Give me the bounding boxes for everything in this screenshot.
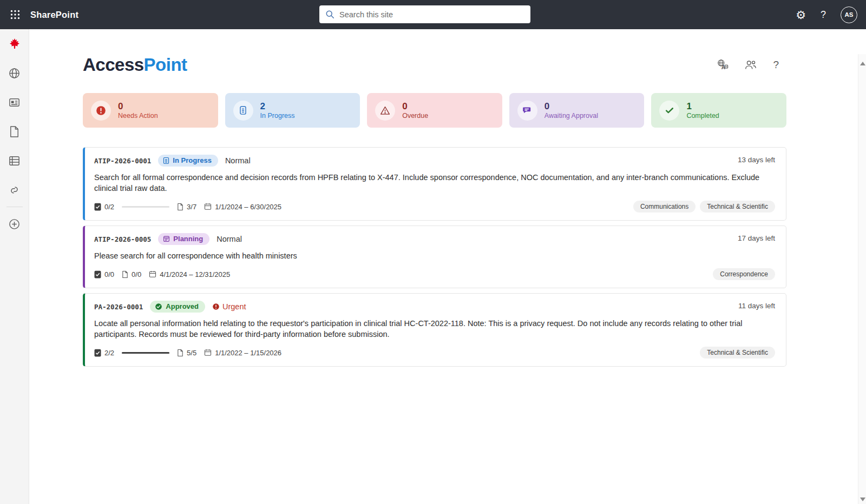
request-meta-row: 2/2 5/5 1/1/2022 – [94, 347, 775, 359]
request-header: ATIP-2026-0001 In Progress Normal [94, 155, 775, 167]
request-card-atip-2026-0005[interactable]: ATIP-2026-0005 Planning Normal 17 days l… [83, 226, 786, 288]
rail-documents-item[interactable] [0, 117, 29, 146]
document-icon [122, 270, 128, 278]
rail-news-item[interactable] [0, 88, 29, 117]
request-list: ATIP-2026-0001 In Progress Normal 13 day… [83, 147, 786, 367]
progress-bar-fill [122, 352, 169, 354]
planning-list-icon [163, 235, 170, 242]
table-list-icon [8, 155, 21, 167]
date-range-group: 4/1/2024 – 12/31/2025 [149, 270, 230, 278]
clipboard-icon [233, 101, 253, 121]
rail-sites-item[interactable] [0, 58, 29, 88]
status-badge-label: In Progress [173, 156, 212, 164]
stat-label: Needs Action [118, 112, 158, 120]
tasks-progress: 0/2 [94, 203, 114, 211]
rail-add-item[interactable] [0, 209, 29, 238]
calendar-icon [204, 349, 212, 356]
date-range-group: 1/1/2022 – 1/15/2026 [204, 349, 281, 357]
settings-gear-icon[interactable]: ⚙ [796, 9, 806, 21]
search-icon [325, 10, 334, 19]
left-app-rail [0, 29, 29, 504]
priority-urgent: Urgent [212, 302, 246, 311]
date-range: 1/1/2022 – 1/15/2026 [215, 349, 281, 357]
request-description: Search for all formal correspondence and… [94, 172, 775, 194]
page-scrollbar[interactable] [858, 54, 866, 504]
translate-icon[interactable]: A [717, 59, 729, 71]
app-launcher-icon[interactable] [0, 0, 30, 29]
scroll-up-icon[interactable] [860, 62, 865, 65]
account-avatar[interactable]: AS [841, 6, 857, 23]
warning-triangle-icon [375, 101, 395, 121]
stat-awaiting-approval[interactable]: 0 Awaiting Approval [509, 93, 645, 128]
stat-needs-action[interactable]: 0 Needs Action [83, 93, 218, 128]
documents-count-group: 5/5 [177, 349, 196, 357]
status-badge: Planning [158, 233, 209, 245]
tasks-count: 0/0 [104, 270, 114, 278]
stat-in-progress[interactable]: 2 In Progress [225, 93, 360, 128]
main-content: AccessPoint A [83, 55, 786, 367]
stat-completed[interactable]: 1 Completed [651, 93, 786, 128]
documents-count: 5/5 [187, 349, 196, 357]
clipboard-icon [163, 157, 169, 164]
request-header: ATIP-2026-0005 Planning Normal [94, 233, 775, 245]
status-badge-label: Planning [173, 235, 203, 243]
rail-lists-item[interactable] [0, 146, 29, 175]
stat-overdue[interactable]: 0 Overdue [367, 93, 502, 128]
checklist-icon [94, 349, 101, 357]
request-id: ATIP-2026-0001 [94, 157, 151, 165]
sharepoint-logo[interactable]: SharePoint [30, 10, 78, 20]
stat-count: 1 [686, 101, 719, 112]
document-icon [9, 125, 20, 138]
tag: Technical & Scientific [700, 201, 775, 213]
link-icon [8, 184, 21, 196]
tasks-count: 2/2 [104, 349, 114, 357]
request-id: ATIP-2026-0005 [94, 235, 151, 243]
request-description: Please search for all correspondence wit… [94, 250, 775, 261]
documents-count-group: 0/0 [122, 270, 141, 278]
checkmark-icon [659, 101, 679, 121]
page-title-accent: Point [144, 55, 187, 75]
request-card-pa-2026-0001[interactable]: PA-2026-0001 Approved Urgent [83, 293, 786, 367]
stat-label: Awaiting Approval [544, 112, 598, 120]
calendar-icon [149, 270, 156, 278]
status-badge: In Progress [158, 155, 218, 167]
plus-circle-icon [8, 218, 21, 230]
documents-count: 3/7 [187, 203, 196, 211]
request-id: PA-2026-0001 [94, 303, 143, 311]
people-icon[interactable] [744, 59, 757, 71]
site-search[interactable] [319, 5, 530, 23]
checklist-icon [94, 203, 101, 211]
waffle-icon [10, 10, 20, 19]
priority-label: Urgent [222, 302, 246, 311]
suite-bar-actions: ⚙ ? AS [796, 6, 866, 23]
documents-count: 0/0 [132, 270, 141, 278]
maple-leaf-icon [8, 37, 21, 50]
stat-label: Completed [686, 112, 719, 120]
days-left: 13 days left [738, 156, 775, 164]
scroll-down-icon[interactable] [860, 498, 865, 501]
tasks-count: 0/2 [104, 203, 114, 211]
request-card-atip-2026-0001[interactable]: ATIP-2026-0001 In Progress Normal 13 day… [83, 147, 786, 221]
check-circle-icon [155, 303, 162, 310]
rail-links-item[interactable] [0, 175, 29, 204]
page-title-primary: Access [83, 55, 144, 75]
tag: Correspondence [713, 268, 775, 280]
document-icon [177, 203, 183, 211]
rail-divider [6, 207, 23, 207]
help-icon[interactable]: ? [821, 9, 826, 21]
status-badge-label: Approved [166, 302, 199, 310]
tag: Technical & Scientific [700, 347, 775, 359]
stat-count: 0 [118, 101, 158, 112]
days-left: 11 days left [738, 302, 775, 310]
tasks-progress: 2/2 [94, 349, 114, 357]
canada-home-item[interactable] [0, 29, 29, 58]
request-meta-row: 0/2 3/7 1/1/2024 – [94, 201, 775, 213]
page-title-row: AccessPoint A [83, 55, 786, 75]
search-input[interactable] [339, 10, 524, 19]
suite-bar: SharePoint ⚙ ? AS [0, 0, 866, 29]
page-help-icon[interactable]: ? [773, 59, 779, 71]
page-title-actions: A ? [717, 59, 786, 71]
stat-label: Overdue [402, 112, 428, 120]
request-meta-row: 0/0 0/0 4/1/2024 – 12/31/2025 [94, 268, 775, 280]
date-range: 1/1/2024 – 6/30/2025 [215, 203, 281, 211]
